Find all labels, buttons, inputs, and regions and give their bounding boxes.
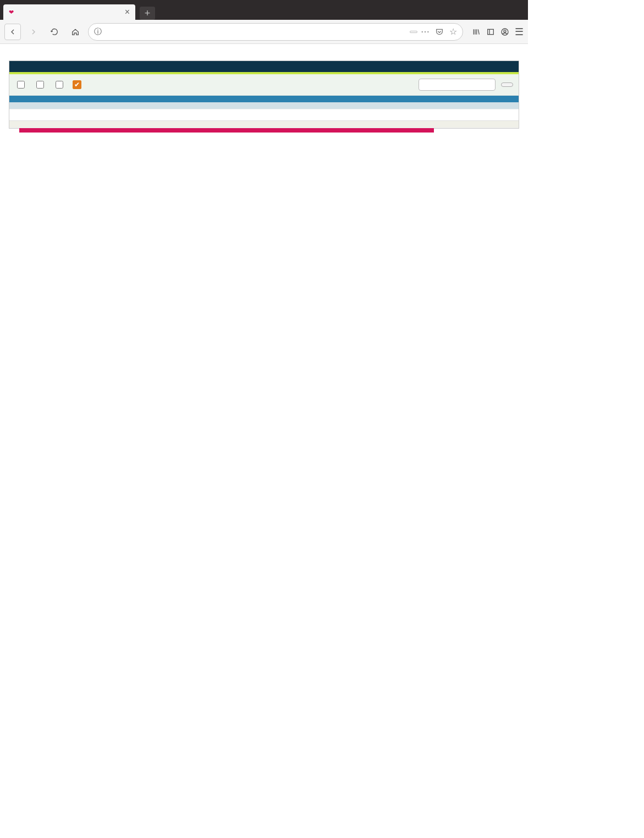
svg-rect-0 xyxy=(488,29,494,34)
home-button[interactable] xyxy=(67,24,84,40)
back-button[interactable] xyxy=(4,24,21,40)
page-content xyxy=(0,44,528,136)
sidebar-icon[interactable] xyxy=(486,27,495,36)
svg-point-2 xyxy=(504,30,506,32)
page-actions-icon[interactable]: ⋯ xyxy=(421,26,430,37)
browser-tab-strip: ❤ × + xyxy=(0,0,528,20)
zoom-badge[interactable] xyxy=(410,31,417,33)
qunit-summary xyxy=(9,102,519,109)
arrow-left-icon xyxy=(8,27,17,36)
tab-close-icon[interactable]: × xyxy=(125,7,130,17)
browser-toolbar: ⓘ ⋯ ☆ ☰ xyxy=(0,20,528,44)
new-tab-button[interactable]: + xyxy=(140,7,155,20)
no-trycatch-checkbox[interactable] xyxy=(53,79,67,90)
forward-button[interactable] xyxy=(25,24,42,40)
qunit-toolbar xyxy=(9,74,519,96)
reload-button[interactable] xyxy=(46,24,63,40)
coverage-file-row[interactable] xyxy=(9,120,519,128)
filter-go-button[interactable] xyxy=(501,82,513,87)
library-icon[interactable] xyxy=(472,27,481,36)
address-bar[interactable]: ⓘ ⋯ ☆ xyxy=(88,23,463,41)
home-icon xyxy=(71,27,80,36)
check-globals-checkbox[interactable] xyxy=(34,79,48,90)
reload-icon xyxy=(50,27,59,36)
menu-icon[interactable]: ☰ xyxy=(515,26,524,38)
enable-coverage-checkbox[interactable] xyxy=(73,80,84,89)
browser-tab-active[interactable]: ❤ × xyxy=(3,4,135,20)
annotation-rogue-box xyxy=(19,128,434,133)
qunit-panel xyxy=(9,60,519,129)
filter-input[interactable] xyxy=(419,79,496,91)
bookmark-star-icon[interactable]: ☆ xyxy=(449,26,457,37)
hide-passed-checkbox[interactable] xyxy=(15,79,29,90)
qunit-header xyxy=(9,61,519,74)
pocket-icon[interactable] xyxy=(435,27,444,36)
coverage-code-panel xyxy=(9,128,519,128)
account-icon[interactable] xyxy=(500,27,509,36)
site-info-icon[interactable]: ⓘ xyxy=(94,27,102,37)
favicon-heart-icon: ❤ xyxy=(9,9,14,16)
qunit-user-agent xyxy=(9,96,519,102)
arrow-right-icon xyxy=(29,27,38,36)
checkbox-checked-icon xyxy=(73,80,81,89)
blanket-header xyxy=(9,109,519,120)
